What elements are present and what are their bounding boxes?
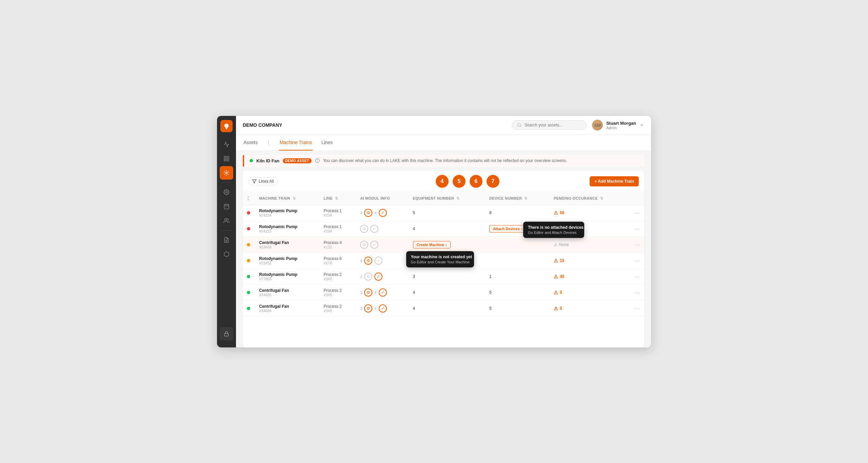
line-id: #345: [324, 309, 352, 313]
table-row: Rotodynamic Pump #23452 Process 6 #678 4: [243, 253, 644, 268]
create-machine-button[interactable]: Create Machine ›: [413, 241, 451, 248]
sidebar-logo[interactable]: [220, 120, 233, 132]
line-id: #678: [324, 261, 352, 265]
th-machine-train[interactable]: MACHINE TRAIN ⇅: [255, 192, 319, 205]
sidebar-item-reports[interactable]: [220, 233, 233, 247]
check-icon-circle: ✓: [374, 273, 382, 281]
sidebar-item-calendar[interactable]: [220, 200, 233, 213]
sidebar-item-charts[interactable]: [220, 138, 233, 151]
data-table: ▲ ▼ MACHINE TRAIN ⇅: [243, 192, 644, 317]
machine-name: Centrifugal Fan: [259, 304, 315, 309]
device-number: 1: [485, 268, 550, 284]
warning-icon: ⚠: [554, 210, 558, 216]
svg-rect-6: [224, 204, 229, 209]
pending-val: ⚠ 50: [554, 210, 626, 216]
badge-circle-5: 5: [453, 175, 466, 188]
check-icon-circle: ✓: [379, 209, 387, 217]
sidebar-item-settings[interactable]: [220, 185, 233, 199]
attach-devices-container: Attach Devices › There is no attached de…: [489, 225, 526, 233]
ai-count1: 3: [360, 211, 362, 215]
sidebar-item-dashboard[interactable]: [220, 152, 233, 165]
badge-circle-6: 6: [470, 175, 482, 188]
tab-machine-trains[interactable]: Machine Trains: [279, 135, 313, 150]
lines-filter[interactable]: Lines All: [248, 177, 278, 185]
ai-count2: 4: [374, 211, 376, 215]
pending-number: 50: [560, 210, 564, 215]
row-menu-button[interactable]: ⋯: [634, 305, 640, 312]
search-bar[interactable]: [512, 120, 587, 130]
status-dot-red: [247, 211, 250, 215]
th-equipment[interactable]: EQUIPMENT NUMBER ⇅: [409, 192, 485, 205]
search-icon: [517, 123, 522, 127]
row-menu-button[interactable]: ⋯: [634, 273, 640, 280]
badge-circles: 4 5 6 7: [350, 175, 586, 188]
table-row: Rotodynamic Pump #24223 Process 1 #234 ⚙: [243, 221, 644, 237]
line-id: #345: [324, 277, 352, 281]
sidebar-item-lock[interactable]: [220, 327, 233, 341]
user-role: Admin: [606, 126, 636, 130]
machine-id: #24234: [259, 213, 315, 217]
th-device[interactable]: DEVICE NUMBER ⇅: [485, 192, 550, 205]
equipment-number: 4: [409, 300, 485, 316]
sidebar-divider-1: [221, 182, 232, 183]
tab-assets[interactable]: Assets: [243, 135, 258, 150]
sidebar-item-assets[interactable]: [220, 166, 233, 180]
search-input[interactable]: [525, 123, 579, 127]
gear-icon-circle-inactive: ⚙: [360, 241, 368, 249]
sidebar-item-inventory[interactable]: [220, 247, 233, 261]
status-dot-red: [247, 227, 250, 230]
line-id: #132: [324, 245, 352, 249]
th-ai-modul[interactable]: AI MODUL INFO: [356, 192, 409, 205]
table-row: Rotodynamic Pump #77865 Process 2 #345 1: [243, 268, 644, 284]
equipment-number: 4: [409, 284, 485, 300]
row-menu-button[interactable]: ⋯: [634, 225, 640, 232]
table-row: Centrifugal Fan #34695 Process 2 #345 3: [243, 284, 644, 300]
th-line[interactable]: LINE ⇅: [320, 192, 356, 205]
table-scroll-area: ▲ ▼ MACHINE TRAIN ⇅: [243, 192, 644, 347]
sidebar-item-users[interactable]: [220, 214, 233, 227]
pending-val: ⚠ 5: [554, 306, 626, 311]
ai-icons: 3 ⚙ 4 ✓: [360, 209, 405, 217]
table-row: Rotodynamic Pump #24234 Process 1 #234 3: [243, 205, 644, 221]
gear-icon-circle: ⚙: [364, 288, 372, 297]
demo-machine-name: Kiln ID Fan: [256, 158, 279, 163]
machine-id: #23456: [259, 245, 315, 249]
row-menu-button[interactable]: ⋯: [634, 209, 640, 216]
row-menu-button[interactable]: ⋯: [634, 241, 640, 248]
ai-icons: 1 ⚙ ✓: [360, 273, 405, 281]
badge-circle-4: 4: [436, 175, 449, 188]
device-number: [485, 253, 550, 268]
check-icon-circle-inactive: ✓: [370, 241, 378, 249]
warning-icon: ⚠: [554, 274, 558, 279]
gear-icon-circle-inactive: ⚙: [360, 225, 368, 233]
ai-count1: 1: [360, 275, 362, 279]
sidebar: [217, 116, 236, 347]
user-info[interactable]: SM Stuart Morgan Admin: [592, 120, 644, 130]
th-pending[interactable]: PENDING OCCURANCE ⇅: [550, 192, 630, 205]
table-row: Centrifugal Fan #23456 Process 4 #132 ⚙: [243, 237, 644, 253]
table-toolbar: Lines All 4 5 6 7 + Add Machine Train: [243, 171, 644, 192]
status-dot-green: [250, 159, 253, 162]
badge-circle-7: 7: [487, 175, 499, 188]
svg-point-5: [226, 191, 228, 193]
create-machine-container: Create Machine › Your machine is not cre…: [413, 241, 451, 248]
ai-icons: 3 ⚙ 4 ✓: [360, 288, 405, 297]
line-id: #345: [324, 293, 352, 297]
status-dot-green: [247, 307, 250, 310]
attach-devices-button[interactable]: Attach Devices ›: [489, 225, 526, 233]
status-dot-yellow: [247, 243, 250, 246]
tab-lines[interactable]: Lines: [321, 135, 333, 150]
row-menu-button[interactable]: ⋯: [634, 257, 640, 264]
pending-number: 45: [560, 274, 564, 279]
device-number: 5: [485, 300, 550, 316]
machine-id: #34683: [259, 309, 315, 313]
gear-icon-circle: ⚙: [364, 304, 372, 313]
table-row: Centrifugal Fan #34683 Process 2 #345 3: [243, 300, 644, 316]
ai-icons: 3 ⚙ 4 ✓: [360, 304, 405, 313]
add-machine-train-button[interactable]: + Add Machine Train: [590, 176, 639, 186]
warning-icon: ⚠: [554, 290, 558, 295]
line-name: Process 2: [324, 272, 352, 277]
row-menu-button[interactable]: ⋯: [634, 289, 640, 296]
check-icon-circle: ✓: [379, 288, 387, 297]
table-area: Lines All 4 5 6 7 + Add Machine Train: [243, 171, 644, 347]
